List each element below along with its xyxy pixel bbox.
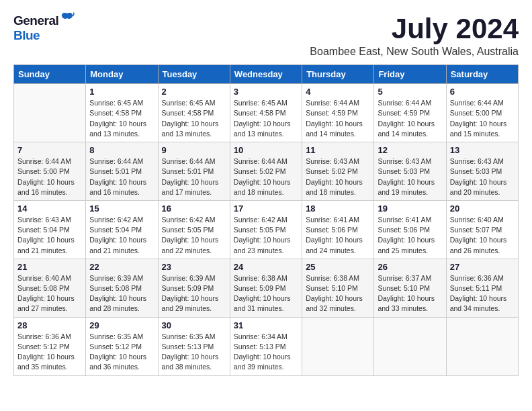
calendar-cell: 12Sunrise: 6:43 AM Sunset: 5:03 PM Dayli…	[374, 142, 446, 201]
header-cell-friday: Friday	[374, 65, 446, 84]
calendar-cell: 3Sunrise: 6:45 AM Sunset: 4:58 PM Daylig…	[230, 84, 302, 142]
day-number: 17	[234, 203, 298, 214]
day-number: 30	[162, 320, 226, 330]
day-number: 29	[89, 320, 154, 330]
day-info: Sunrise: 6:41 AM Sunset: 5:06 PM Dayligh…	[378, 215, 442, 256]
calendar-cell: 6Sunrise: 6:44 AM Sunset: 5:00 PM Daylig…	[446, 84, 518, 142]
calendar-cell: 23Sunrise: 6:39 AM Sunset: 5:09 PM Dayli…	[158, 259, 230, 317]
calendar-cell: 10Sunrise: 6:44 AM Sunset: 5:02 PM Dayli…	[230, 142, 302, 201]
calendar-cell: 20Sunrise: 6:40 AM Sunset: 5:07 PM Dayli…	[446, 200, 518, 259]
calendar-cell: 1Sunrise: 6:45 AM Sunset: 4:58 PM Daylig…	[86, 84, 158, 142]
day-number: 28	[17, 320, 82, 330]
header-cell-sunday: Sunday	[14, 65, 86, 84]
day-number: 14	[17, 203, 82, 214]
title-area: July 2024 Boambee East, New South Wales,…	[310, 13, 519, 58]
calendar-week-row: 21Sunrise: 6:40 AM Sunset: 5:08 PM Dayli…	[14, 259, 519, 317]
calendar-cell: 14Sunrise: 6:43 AM Sunset: 5:04 PM Dayli…	[14, 200, 86, 259]
calendar-cell: 5Sunrise: 6:44 AM Sunset: 4:59 PM Daylig…	[374, 84, 446, 142]
day-number: 8	[89, 145, 154, 155]
day-info: Sunrise: 6:42 AM Sunset: 5:05 PM Dayligh…	[162, 215, 226, 256]
calendar-cell	[446, 317, 518, 375]
day-number: 4	[306, 87, 370, 97]
day-number: 18	[306, 203, 370, 214]
day-info: Sunrise: 6:44 AM Sunset: 4:59 PM Dayligh…	[306, 98, 370, 139]
day-number: 25	[306, 262, 370, 272]
calendar-cell: 29Sunrise: 6:35 AM Sunset: 5:12 PM Dayli…	[86, 317, 158, 375]
day-info: Sunrise: 6:45 AM Sunset: 4:58 PM Dayligh…	[162, 98, 226, 139]
day-number: 20	[450, 203, 515, 214]
day-number: 22	[89, 262, 154, 272]
calendar-week-row: 28Sunrise: 6:36 AM Sunset: 5:12 PM Dayli…	[14, 317, 519, 375]
calendar-cell: 31Sunrise: 6:34 AM Sunset: 5:13 PM Dayli…	[230, 317, 302, 375]
calendar-cell: 9Sunrise: 6:44 AM Sunset: 5:01 PM Daylig…	[158, 142, 230, 201]
calendar-week-row: 7Sunrise: 6:44 AM Sunset: 5:00 PM Daylig…	[14, 142, 519, 201]
day-info: Sunrise: 6:44 AM Sunset: 5:01 PM Dayligh…	[162, 156, 226, 197]
calendar-cell: 22Sunrise: 6:39 AM Sunset: 5:08 PM Dayli…	[86, 259, 158, 317]
calendar-cell: 18Sunrise: 6:41 AM Sunset: 5:06 PM Dayli…	[302, 200, 374, 259]
logo: General Blue	[13, 13, 75, 43]
header-cell-saturday: Saturday	[446, 65, 518, 84]
day-number: 1	[89, 87, 154, 97]
header-cell-monday: Monday	[86, 65, 158, 84]
header-cell-wednesday: Wednesday	[230, 65, 302, 84]
calendar-cell: 4Sunrise: 6:44 AM Sunset: 4:59 PM Daylig…	[302, 84, 374, 142]
day-number: 2	[162, 87, 226, 97]
day-number: 13	[450, 145, 515, 155]
day-number: 15	[89, 203, 154, 214]
calendar-cell: 27Sunrise: 6:36 AM Sunset: 5:11 PM Dayli…	[446, 259, 518, 317]
calendar-cell: 24Sunrise: 6:38 AM Sunset: 5:09 PM Dayli…	[230, 259, 302, 317]
day-number: 12	[378, 145, 442, 155]
day-info: Sunrise: 6:38 AM Sunset: 5:09 PM Dayligh…	[234, 273, 298, 314]
day-info: Sunrise: 6:37 AM Sunset: 5:10 PM Dayligh…	[378, 273, 442, 314]
day-info: Sunrise: 6:44 AM Sunset: 5:02 PM Dayligh…	[234, 156, 298, 197]
day-info: Sunrise: 6:41 AM Sunset: 5:06 PM Dayligh…	[306, 215, 370, 256]
calendar-cell: 25Sunrise: 6:38 AM Sunset: 5:10 PM Dayli…	[302, 259, 374, 317]
calendar-cell: 16Sunrise: 6:42 AM Sunset: 5:05 PM Dayli…	[158, 200, 230, 259]
day-info: Sunrise: 6:44 AM Sunset: 4:59 PM Dayligh…	[378, 98, 442, 139]
day-info: Sunrise: 6:45 AM Sunset: 4:58 PM Dayligh…	[234, 98, 298, 139]
day-number: 21	[17, 262, 82, 272]
calendar-cell: 30Sunrise: 6:35 AM Sunset: 5:13 PM Dayli…	[158, 317, 230, 375]
day-number: 6	[450, 87, 515, 97]
month-title: July 2024	[310, 13, 519, 44]
day-number: 16	[162, 203, 226, 214]
page-header: General Blue July 2024 Boambee East, New…	[13, 13, 519, 58]
day-info: Sunrise: 6:45 AM Sunset: 4:58 PM Dayligh…	[89, 98, 154, 139]
day-info: Sunrise: 6:43 AM Sunset: 5:02 PM Dayligh…	[306, 156, 370, 197]
day-number: 19	[378, 203, 442, 214]
calendar-cell: 2Sunrise: 6:45 AM Sunset: 4:58 PM Daylig…	[158, 84, 230, 142]
day-number: 9	[162, 145, 226, 155]
day-info: Sunrise: 6:40 AM Sunset: 5:07 PM Dayligh…	[450, 215, 515, 256]
calendar-cell: 8Sunrise: 6:44 AM Sunset: 5:01 PM Daylig…	[86, 142, 158, 201]
header-cell-thursday: Thursday	[302, 65, 374, 84]
calendar-cell	[374, 317, 446, 375]
calendar-header-row: SundayMondayTuesdayWednesdayThursdayFrid…	[14, 65, 519, 84]
day-number: 7	[17, 145, 82, 155]
day-info: Sunrise: 6:43 AM Sunset: 5:03 PM Dayligh…	[378, 156, 442, 197]
calendar-cell: 15Sunrise: 6:42 AM Sunset: 5:04 PM Dayli…	[86, 200, 158, 259]
day-number: 24	[234, 262, 298, 272]
day-info: Sunrise: 6:34 AM Sunset: 5:13 PM Dayligh…	[234, 332, 298, 373]
day-number: 27	[450, 262, 515, 272]
day-info: Sunrise: 6:44 AM Sunset: 5:00 PM Dayligh…	[17, 156, 82, 197]
logo-bird-icon	[60, 11, 75, 28]
calendar-cell: 28Sunrise: 6:36 AM Sunset: 5:12 PM Dayli…	[14, 317, 86, 375]
day-number: 31	[234, 320, 298, 330]
day-number: 10	[234, 145, 298, 155]
day-info: Sunrise: 6:44 AM Sunset: 5:00 PM Dayligh…	[450, 98, 515, 139]
day-info: Sunrise: 6:44 AM Sunset: 5:01 PM Dayligh…	[89, 156, 154, 197]
day-number: 23	[162, 262, 226, 272]
calendar-cell	[14, 84, 86, 142]
day-info: Sunrise: 6:38 AM Sunset: 5:10 PM Dayligh…	[306, 273, 370, 314]
calendar-table: SundayMondayTuesdayWednesdayThursdayFrid…	[13, 64, 519, 375]
calendar-cell: 13Sunrise: 6:43 AM Sunset: 5:03 PM Dayli…	[446, 142, 518, 201]
day-number: 5	[378, 87, 442, 97]
day-info: Sunrise: 6:35 AM Sunset: 5:13 PM Dayligh…	[162, 332, 226, 373]
calendar-cell: 17Sunrise: 6:42 AM Sunset: 5:05 PM Dayli…	[230, 200, 302, 259]
day-info: Sunrise: 6:42 AM Sunset: 5:05 PM Dayligh…	[234, 215, 298, 256]
header-cell-tuesday: Tuesday	[158, 65, 230, 84]
day-info: Sunrise: 6:39 AM Sunset: 5:08 PM Dayligh…	[89, 273, 154, 314]
calendar-cell: 11Sunrise: 6:43 AM Sunset: 5:02 PM Dayli…	[302, 142, 374, 201]
calendar-cell	[302, 317, 374, 375]
calendar-cell: 7Sunrise: 6:44 AM Sunset: 5:00 PM Daylig…	[14, 142, 86, 201]
